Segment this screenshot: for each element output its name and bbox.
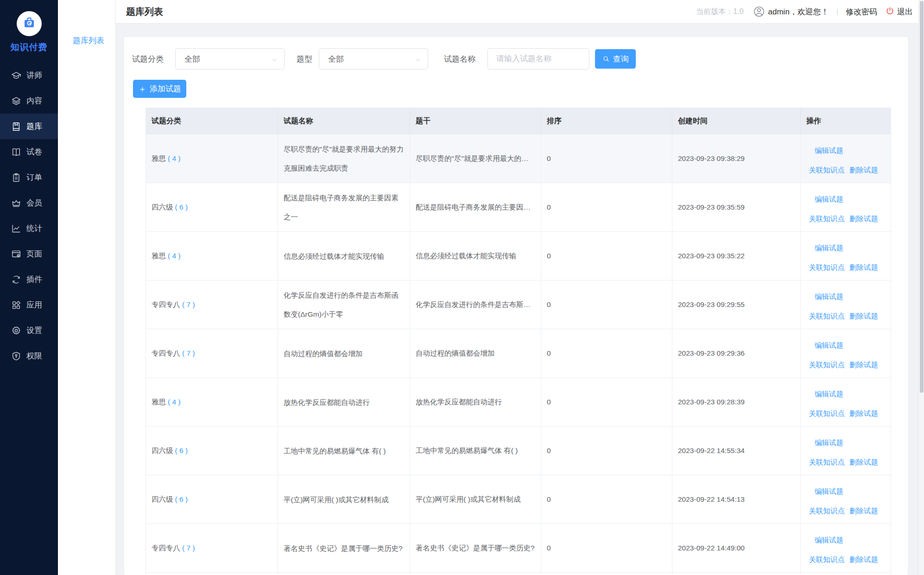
sidebar-item-label: 统计: [26, 223, 42, 234]
cell-created-time: 2023-09-22 14:49:00: [672, 524, 801, 572]
sidebar-item-label: 应用: [26, 300, 42, 310]
link-knowledge-point-link[interactable]: 关联知识点: [809, 361, 845, 369]
delete-question-link[interactable]: 删除试题: [849, 215, 878, 223]
content-icon: [11, 96, 21, 106]
cell-sort: 0: [541, 329, 672, 377]
edit-question-link[interactable]: 编辑试题: [815, 287, 843, 307]
cell-question-name: 放热化学反应都能自动进行: [278, 378, 410, 426]
delete-question-link[interactable]: 删除试题: [849, 312, 878, 320]
edit-question-link[interactable]: 编辑试题: [815, 482, 843, 501]
cell-category: 专四专八( 7 ): [146, 329, 278, 377]
type-filter-label: 题型: [297, 54, 312, 64]
link-knowledge-point-link[interactable]: 关联知识点: [809, 166, 845, 174]
cell-category: 雅思( 4 ): [146, 134, 278, 183]
question-name-input[interactable]: [487, 48, 589, 70]
sidebar-item-question-bank[interactable]: 题库: [0, 114, 58, 139]
edit-question-link[interactable]: 编辑试题: [815, 336, 843, 355]
link-knowledge-point-link[interactable]: 关联知识点: [809, 409, 845, 417]
power-icon: [886, 6, 897, 17]
cell-question-name: 著名史书《史记》是属于哪一类历史?: [278, 524, 410, 572]
column-header: 排序: [541, 108, 672, 134]
delete-question-link[interactable]: 删除试题: [849, 361, 878, 369]
link-knowledge-point-link[interactable]: 关联知识点: [809, 263, 845, 271]
sidebar-item-member[interactable]: 会员: [0, 190, 58, 216]
table-header-row: 试题分类试题名称题干排序创建时间操作: [146, 108, 891, 134]
category-select[interactable]: 全部: [175, 48, 285, 70]
app-logo: 知识付费: [0, 0, 58, 53]
sidebar-item-label: 插件: [26, 274, 42, 285]
sidebar-item-content[interactable]: 内容: [0, 88, 58, 114]
change-password-link[interactable]: 修改密码: [846, 6, 877, 17]
sidebar-item-teacher[interactable]: 讲师: [0, 63, 58, 88]
name-filter-label: 试题名称: [444, 54, 475, 64]
settings-icon: [11, 326, 21, 336]
cell-actions: 编辑试题 关联知识点删除试题: [801, 378, 891, 426]
cell-actions: 编辑试题 关联知识点删除试题: [801, 329, 891, 377]
question-type-select[interactable]: 全部: [319, 48, 428, 70]
column-header: 操作: [801, 108, 891, 134]
cell-question-name: 尽职尽责的"尽"就是要求用最大的努力克服困难去完成职责: [278, 134, 410, 183]
delete-question-link[interactable]: 删除试题: [849, 458, 878, 466]
delete-question-link[interactable]: 删除试题: [849, 263, 878, 271]
column-header: 试题分类: [146, 108, 278, 134]
sidebar-item-application[interactable]: 应用: [0, 292, 58, 318]
delete-question-link[interactable]: 删除试题: [849, 166, 878, 174]
cell-actions: 编辑试题 关联知识点删除试题: [801, 183, 891, 231]
sidebar-item-plugin[interactable]: 插件: [0, 267, 58, 292]
scrollbar-thumb[interactable]: [920, 1, 924, 393]
cell-actions: 编辑试题 关联知识点删除试题: [801, 573, 891, 575]
sidebar-item-page[interactable]: 页面: [0, 241, 58, 267]
cell-actions: 编辑试题 关联知识点删除试题: [801, 134, 891, 183]
edit-question-link[interactable]: 编辑试题: [815, 190, 843, 209]
cell-category: 雅思( 4 ): [146, 378, 278, 426]
edit-question-link[interactable]: 编辑试题: [815, 433, 843, 453]
cell-sort: 0: [541, 475, 672, 524]
sidebar-item-permission[interactable]: 权限: [0, 343, 58, 369]
cell-category: 四六级( 6 ): [146, 427, 278, 475]
cell-stem: 放热化学反应都能自动进行: [410, 378, 541, 426]
cell-category: 四六级( 6 ): [146, 573, 278, 575]
sidebar-item-exam-paper[interactable]: 试卷: [0, 139, 58, 165]
edit-question-link[interactable]: 编辑试题: [815, 384, 843, 404]
permission-icon: [11, 351, 21, 361]
cell-stem: 自动过程的熵值都会增加: [410, 329, 541, 377]
submenu-item-question-bank-list[interactable]: 题库列表: [73, 35, 115, 46]
link-knowledge-point-link[interactable]: 关联知识点: [809, 507, 845, 515]
edit-question-link[interactable]: 编辑试题: [815, 141, 843, 160]
cell-sort: 0: [541, 134, 672, 183]
add-question-button[interactable]: ＋ 添加试题: [133, 80, 186, 98]
delete-question-link[interactable]: 删除试题: [849, 507, 878, 515]
edit-question-link[interactable]: 编辑试题: [815, 530, 843, 550]
search-button[interactable]: 查询: [595, 49, 636, 69]
category-filter-label: 试题分类: [132, 54, 164, 64]
sidebar-item-statistics[interactable]: 统计: [0, 216, 58, 241]
link-knowledge-point-link[interactable]: 关联知识点: [809, 215, 845, 223]
table-row: 雅思( 4 ) 放热化学反应都能自动进行 放热化学反应都能自动进行 0 2023…: [146, 377, 891, 426]
link-knowledge-point-link[interactable]: 关联知识点: [809, 312, 845, 320]
page-scrollbar[interactable]: [918, 0, 924, 575]
column-header: 创建时间: [672, 108, 801, 134]
sidebar-item-settings[interactable]: 设置: [0, 318, 58, 343]
cell-sort: 0: [541, 183, 672, 231]
filter-bar: 试题分类 全部 题型 全部 试题名称 查询: [132, 48, 636, 70]
link-knowledge-point-link[interactable]: 关联知识点: [809, 556, 845, 563]
sidebar-item-order[interactable]: 订单: [0, 165, 58, 190]
table-row: 四六级( 6 ) 平(立)网可采用( )或其它材料制成 平(立)网可采用( )或…: [146, 475, 891, 524]
page-title: 题库列表: [126, 6, 163, 18]
app-sidebar: 知识付费 讲师内容题库试卷订单会员统计页面插件应用设置权限: [0, 0, 58, 575]
edit-question-link[interactable]: 编辑试题: [815, 238, 843, 258]
cell-category: 四六级( 6 ): [146, 183, 278, 231]
logout-button[interactable]: 退出: [886, 6, 913, 17]
sidebar-item-label: 讲师: [26, 70, 42, 81]
cell-created-time: 2023-09-22 14:46:51: [672, 573, 801, 575]
delete-question-link[interactable]: 删除试题: [849, 556, 878, 563]
category-count: ( 4 ): [168, 398, 181, 406]
link-knowledge-point-link[interactable]: 关联知识点: [809, 458, 845, 466]
delete-question-link[interactable]: 删除试题: [849, 409, 878, 417]
cell-sort: 0: [541, 427, 672, 475]
main-content: 试题分类 全部 题型 全部 试题名称 查询 ＋ 添加试题 试题分类试题名称题干排…: [116, 24, 924, 575]
question-bank-icon: [11, 121, 21, 132]
sidebar-item-label: 内容: [26, 96, 42, 106]
cell-actions: 编辑试题 关联知识点删除试题: [801, 281, 891, 329]
cell-category: 雅思( 4 ): [146, 232, 278, 280]
